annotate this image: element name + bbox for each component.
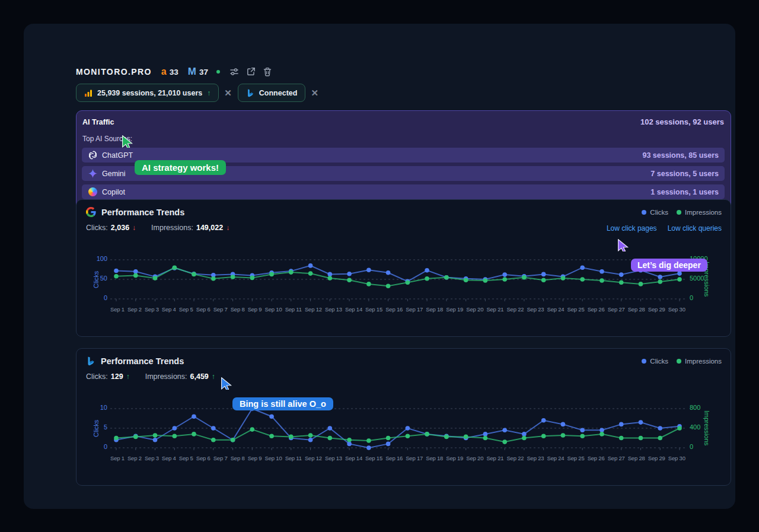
x-tick-label: Sep 12 xyxy=(305,306,322,313)
x-tick-label: Sep 23 xyxy=(527,455,544,461)
x-tick-label: Sep 9 xyxy=(248,306,262,313)
clicks-stat: Clicks: 129 ↑ xyxy=(86,372,130,381)
copilot-icon xyxy=(88,187,98,197)
x-tick-label: Sep 5 xyxy=(179,455,193,461)
bing-icon xyxy=(246,88,254,97)
low-click-pages-link[interactable]: Low click pages xyxy=(607,224,657,232)
google-icon xyxy=(86,207,96,217)
ai-strategy-tooltip: AI strategy works! xyxy=(135,160,226,175)
bing-alive-tooltip: Bing is still alive O_o xyxy=(232,397,333,410)
analytics-bars-icon xyxy=(84,89,93,97)
x-tick-label: Sep 17 xyxy=(406,455,423,461)
online-status-dot xyxy=(216,70,220,74)
trend-down-arrow: ↓ xyxy=(132,224,136,232)
analytics-chip-label: 25,939 sessions, 21,010 users xyxy=(97,89,202,97)
majestic-score: 37 xyxy=(199,68,208,77)
left-axis-label: Clicks xyxy=(92,257,100,301)
trend-up-arrow: ↑ xyxy=(212,372,215,381)
x-tick-label: Sep 4 xyxy=(162,455,176,461)
x-tick-label: Sep 5 xyxy=(179,306,193,313)
x-tick-label: Sep 8 xyxy=(231,306,245,313)
x-tick-label: Sep 7 xyxy=(213,306,228,313)
x-tick-label: Sep 26 xyxy=(588,455,605,461)
x-tick-label: Sep 24 xyxy=(547,455,565,461)
external-link-icon[interactable] xyxy=(247,67,256,76)
legend-item-clicks[interactable]: Clicks xyxy=(642,358,668,365)
bing-connected-chip[interactable]: Connected xyxy=(238,84,306,102)
ai-source-row-copilot[interactable]: Copilot 1 sessions, 1 users xyxy=(82,184,725,199)
x-axis-labels: Sep 1Sep 2Sep 3Sep 4Sep 5Sep 6Sep 7Sep 8… xyxy=(110,455,685,461)
x-axis-labels: Sep 1Sep 2Sep 3Sep 4Sep 5Sep 6Sep 7Sep 8… xyxy=(110,306,685,313)
x-tick-label: Sep 24 xyxy=(547,306,565,313)
x-tick-label: Sep 21 xyxy=(486,455,503,461)
x-tick-label: Sep 19 xyxy=(446,306,463,313)
x-tick-label: Sep 27 xyxy=(608,455,625,461)
green-cursor-icon xyxy=(122,135,133,148)
x-tick-label: Sep 3 xyxy=(145,306,159,313)
x-tick-label: Sep 9 xyxy=(248,455,262,461)
low-click-queries-link[interactable]: Low click queries xyxy=(668,224,722,232)
gemini-icon xyxy=(88,168,98,179)
x-tick-label: Sep 15 xyxy=(365,455,382,461)
trend-up-arrow: ↑ xyxy=(126,372,130,381)
ahrefs-icon: a xyxy=(161,66,167,77)
impressions-legend-dot xyxy=(677,210,681,215)
majestic-score-badge: M 37 xyxy=(188,66,208,78)
x-tick-label: Sep 11 xyxy=(285,306,302,313)
x-tick-label: Sep 29 xyxy=(648,306,665,313)
x-tick-label: Sep 16 xyxy=(385,455,403,461)
project-header: MONITORO.PRO a 33 M 37 xyxy=(76,65,272,78)
x-tick-label: Sep 4 xyxy=(162,306,176,313)
legend-item-impressions[interactable]: Impressions xyxy=(677,209,722,216)
x-tick-label: Sep 26 xyxy=(588,306,605,313)
x-tick-label: Sep 8 xyxy=(231,455,245,461)
x-tick-label: Sep 22 xyxy=(506,306,524,313)
x-tick-label: Sep 20 xyxy=(466,455,483,461)
analytics-chip[interactable]: 25,939 sessions, 21,010 users ↑ xyxy=(76,84,219,102)
chart-legend: Clicks Impressions xyxy=(642,209,722,216)
x-tick-label: Sep 25 xyxy=(567,455,585,461)
x-tick-label: Sep 18 xyxy=(426,306,443,313)
x-tick-label: Sep 7 xyxy=(213,455,228,461)
chatgpt-icon xyxy=(88,150,98,160)
x-tick-label: Sep 28 xyxy=(628,455,645,461)
impressions-stat: Impressions: 149,022 ↓ xyxy=(151,224,229,232)
x-tick-label: Sep 23 xyxy=(527,306,544,313)
panel-links: Low click pages Low click queries xyxy=(607,224,722,232)
x-tick-label: Sep 2 xyxy=(127,455,142,461)
google-trends-chart[interactable] xyxy=(110,257,685,304)
clicks-legend-dot xyxy=(642,210,646,215)
sliders-icon[interactable] xyxy=(229,67,239,77)
ai-source-name: ChatGPT xyxy=(102,151,133,160)
trend-down-arrow: ↓ xyxy=(226,224,229,232)
x-tick-label: Sep 11 xyxy=(285,455,302,461)
legend-item-clicks[interactable]: Clicks xyxy=(642,209,668,216)
x-tick-label: Sep 18 xyxy=(426,455,443,461)
x-tick-label: Sep 16 xyxy=(385,306,403,313)
legend-item-impressions[interactable]: Impressions xyxy=(677,358,722,365)
x-tick-label: Sep 19 xyxy=(446,455,463,461)
x-tick-label: Sep 10 xyxy=(265,455,282,461)
x-tick-label: Sep 14 xyxy=(345,455,362,461)
impressions-stat: Impressions: 6,459 ↑ xyxy=(145,372,215,381)
x-tick-label: Sep 27 xyxy=(608,306,625,313)
connection-chips: 25,939 sessions, 21,010 users ↑ ✕ Connec… xyxy=(76,84,324,102)
x-tick-label: Sep 3 xyxy=(145,455,159,461)
dig-deeper-tooltip: Let’s dig deeper xyxy=(631,259,707,272)
x-tick-label: Sep 28 xyxy=(628,306,645,313)
ai-traffic-total: 102 sessions, 92 users xyxy=(640,117,724,126)
clicks-stat: Clicks: 2,036 ↓ xyxy=(86,224,136,232)
x-tick-label: Sep 13 xyxy=(325,306,342,313)
x-tick-label: Sep 22 xyxy=(506,455,524,461)
x-tick-label: Sep 29 xyxy=(648,455,665,461)
x-tick-label: Sep 14 xyxy=(345,306,362,313)
dashboard-card: MONITORO.PRO a 33 M 37 xyxy=(24,24,735,509)
remove-analytics-chip-button[interactable]: ✕ xyxy=(224,88,232,98)
x-tick-label: Sep 15 xyxy=(365,306,382,313)
trash-icon[interactable] xyxy=(263,67,272,77)
x-tick-label: Sep 6 xyxy=(196,306,211,313)
panel-stats: Clicks: 2,036 ↓ Impressions: 149,022 ↓ xyxy=(86,224,229,232)
bing-trends-chart[interactable] xyxy=(110,406,685,453)
panel-title: Performance Trends xyxy=(101,208,184,217)
remove-bing-chip-button[interactable]: ✕ xyxy=(311,88,318,98)
